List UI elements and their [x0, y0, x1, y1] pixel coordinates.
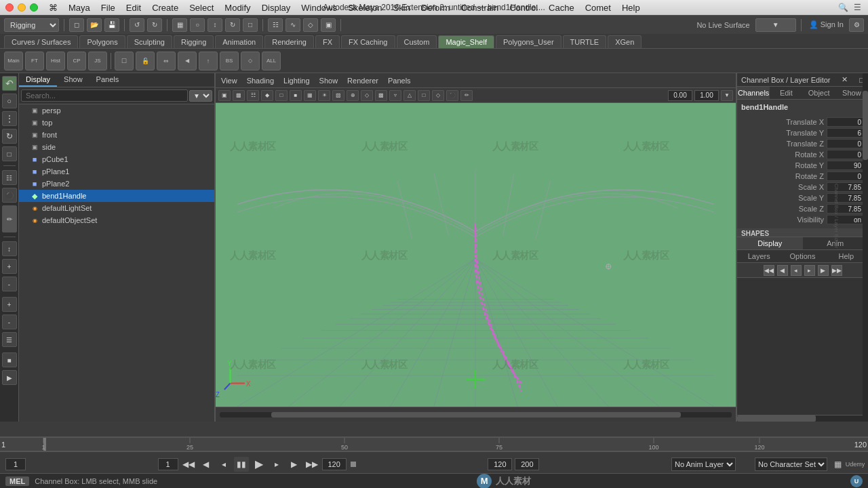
- paint2-icon-btn[interactable]: ✏: [460, 90, 473, 101]
- prev-key-button[interactable]: ◂: [216, 457, 231, 472]
- vt-lighting[interactable]: Lighting: [281, 75, 313, 86]
- anim-end-field[interactable]: [515, 458, 539, 470]
- pick-icon-btn[interactable]: ▿: [389, 90, 401, 101]
- range-end-field[interactable]: [322, 458, 347, 470]
- snap-view-button[interactable]: ▣: [321, 18, 336, 32]
- shelf-tab-xgen[interactable]: XGen: [608, 35, 642, 48]
- shadow-icon-btn[interactable]: ▧: [332, 90, 344, 101]
- move-button[interactable]: ↕: [208, 18, 222, 32]
- list-icon[interactable]: ☰: [854, 3, 861, 12]
- maximize-button[interactable]: [30, 3, 38, 12]
- vt-renderer[interactable]: Renderer: [344, 75, 381, 86]
- outliner-item-pplane2[interactable]: ■ pPlane2: [19, 178, 214, 190]
- minus-button[interactable]: -: [2, 277, 17, 291]
- cb-v-scrollbar[interactable]: [863, 73, 868, 422]
- settings-button[interactable]: ⚙: [849, 18, 864, 32]
- snap-point-button[interactable]: ◇: [303, 18, 318, 32]
- wireframe-icon-btn[interactable]: □: [275, 90, 288, 101]
- film-icon-btn[interactable]: ▩: [233, 90, 245, 101]
- undo-button[interactable]: ↺: [130, 18, 144, 32]
- shelf-tab-custom[interactable]: Custom: [397, 35, 437, 48]
- display-tab[interactable]: Display: [19, 73, 57, 87]
- scale-button[interactable]: □: [243, 18, 258, 32]
- shelf-tab-curves[interactable]: Curves / Surfaces: [4, 35, 78, 48]
- layers-tab[interactable]: Layers: [737, 250, 781, 262]
- shelf-hist-button[interactable]: Hist: [46, 52, 65, 70]
- field1-input[interactable]: [668, 90, 692, 101]
- mode-dropdown[interactable]: Rigging Animation Rendering Dynamics: [4, 18, 59, 32]
- range-start-field[interactable]: [158, 458, 178, 470]
- anim-layer-dropdown[interactable]: No Anim Layer: [671, 458, 736, 471]
- cb-value-scaley[interactable]: [827, 193, 864, 203]
- menu-create[interactable]: Create: [146, 1, 184, 14]
- outliner-item-bend1handle[interactable]: ◆ bend1Handle: [19, 190, 214, 202]
- field-options-btn[interactable]: ▼: [721, 90, 733, 101]
- vt-shading[interactable]: Shading: [244, 75, 277, 86]
- menu-file[interactable]: File: [96, 1, 121, 14]
- render-button[interactable]: ▶: [2, 370, 17, 385]
- char-set-dropdown[interactable]: No Character Set: [755, 458, 827, 471]
- object-tab[interactable]: Object: [803, 87, 835, 99]
- menu-cache[interactable]: Cache: [543, 1, 580, 14]
- h-scroll-thumb[interactable]: [271, 412, 681, 418]
- outliner-item-persp[interactable]: ▣ persp: [19, 104, 214, 117]
- select-all-button[interactable]: ▦: [172, 18, 187, 32]
- redo-button[interactable]: ↻: [147, 18, 162, 32]
- texture-icon-btn[interactable]: ▦: [304, 90, 316, 101]
- minus2-button[interactable]: -: [2, 314, 17, 329]
- anim-start-field[interactable]: [488, 458, 512, 470]
- vt-panels[interactable]: Panels: [385, 75, 414, 86]
- help-tab[interactable]: Help: [825, 250, 868, 262]
- rotate-tool-button[interactable]: ↻: [2, 129, 17, 144]
- layer-next-next-btn[interactable]: ▶▶: [831, 265, 842, 276]
- shelf-all-button[interactable]: ALL: [262, 52, 281, 70]
- search-icon[interactable]: 🔍: [838, 3, 848, 12]
- lasso-button[interactable]: ○: [190, 18, 205, 32]
- soft2-icon-btn[interactable]: ⚫: [446, 90, 458, 101]
- grid-button[interactable]: ■: [2, 352, 17, 367]
- outliner-search-type[interactable]: ▼: [189, 90, 212, 102]
- shelf-tab-fxcaching[interactable]: FX Caching: [341, 35, 395, 48]
- new-scene-button[interactable]: ◻: [69, 18, 84, 32]
- udemy-icon[interactable]: U: [850, 475, 863, 487]
- live-surface-dropdown[interactable]: ▼: [755, 18, 796, 32]
- cb-value-rotatez[interactable]: [827, 171, 864, 181]
- edit-tab[interactable]: Edit: [770, 87, 802, 99]
- move-tool-button[interactable]: ⋮: [2, 111, 17, 126]
- vt-show[interactable]: Show: [317, 75, 341, 86]
- shelf-tab-rigging[interactable]: Rigging: [174, 35, 214, 48]
- cb-close-icon[interactable]: ✕: [842, 75, 848, 84]
- plus2-button[interactable]: +: [2, 297, 17, 312]
- open-scene-button[interactable]: 📂: [87, 18, 102, 32]
- close-button[interactable]: [5, 3, 14, 12]
- shelf-main-button[interactable]: Main: [4, 52, 23, 70]
- show-tab[interactable]: Show: [57, 73, 90, 87]
- menu-display[interactable]: Display: [256, 1, 296, 14]
- next-key-button[interactable]: ▸: [269, 457, 284, 472]
- snap2-icon-btn[interactable]: ◇: [432, 90, 444, 101]
- layer-prev-btn[interactable]: ◀: [777, 265, 788, 276]
- cb-value-translatey[interactable]: [827, 128, 864, 138]
- list-button[interactable]: ☰: [2, 332, 17, 347]
- shelf-arrow-button[interactable]: ↑: [199, 52, 218, 70]
- soft-select-button[interactable]: ⚫: [2, 188, 17, 203]
- channels-tab[interactable]: Channels: [737, 87, 770, 99]
- cb-h-scrollbar[interactable]: [737, 415, 868, 422]
- layer-prev-small-btn[interactable]: ◂: [791, 265, 802, 276]
- region-icon-btn[interactable]: □: [418, 90, 430, 101]
- menu-edit[interactable]: Edit: [121, 1, 146, 14]
- snap-grid-button[interactable]: ☷: [268, 18, 283, 32]
- shelf-eyelid-button[interactable]: ◇: [241, 52, 260, 70]
- next-frame-button[interactable]: ▶: [287, 457, 302, 472]
- cb-scroll-thumb[interactable]: [737, 415, 816, 422]
- shelf-ft-button[interactable]: FT: [25, 52, 44, 70]
- options-tab[interactable]: Options: [781, 250, 824, 262]
- rotate-button[interactable]: ↻: [225, 18, 240, 32]
- move2-button[interactable]: ↕: [2, 241, 17, 256]
- udemy-btn[interactable]: Udemy: [848, 457, 863, 472]
- shelf-mirror-button[interactable]: ⇔: [157, 52, 176, 70]
- smooth-icon-btn[interactable]: ■: [290, 90, 302, 101]
- stop-button[interactable]: ▮▮: [234, 457, 249, 472]
- shelf-tab-sculpting[interactable]: Sculpting: [127, 35, 172, 48]
- layer-next-btn[interactable]: ▶: [818, 265, 829, 276]
